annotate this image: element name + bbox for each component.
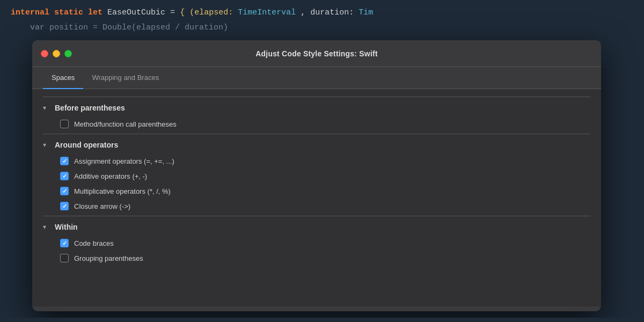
- checkmark-code-braces-icon: ✓: [62, 240, 67, 246]
- modal-dialog: Adjust Code Style Settings: Swift Spaces…: [32, 40, 601, 311]
- checkbox-multiplicative[interactable]: ✓: [60, 187, 69, 195]
- checkbox-assignment[interactable]: ✓: [60, 157, 69, 165]
- settings-content: ▾ Before parentheses Method/function cal…: [32, 89, 601, 306]
- title-bar: Adjust Code Style Settings: Swift: [32, 40, 601, 67]
- code-line-1: internal static let EaseOutCubic = { (el…: [11, 5, 633, 20]
- divider-1: [43, 134, 590, 134]
- maximize-button[interactable]: [64, 50, 72, 57]
- label-assignment: Assignment operators (=, +=, ...): [74, 157, 174, 165]
- checkbox-row-additive: ✓ Additive operators (+, -): [32, 169, 601, 184]
- checkbox-row-assignment: ✓ Assignment operators (=, +=, ...): [32, 153, 601, 169]
- minimize-button[interactable]: [53, 50, 60, 57]
- checkbox-code-braces[interactable]: ✓: [60, 239, 69, 247]
- section-within[interactable]: ▾ Within: [32, 218, 601, 236]
- tab-wrapping-and-braces[interactable]: Wrapping and Braces: [83, 67, 167, 89]
- divider-top: [43, 97, 590, 97]
- section-within-title: Within: [55, 223, 78, 231]
- checkbox-row-method-call: Method/function call parentheses: [32, 116, 601, 131]
- label-method-call: Method/function call parentheses: [74, 120, 177, 128]
- checkmark-additive-icon: ✓: [62, 173, 67, 179]
- label-additive: Additive operators (+, -): [74, 172, 147, 180]
- section-around-operators[interactable]: ▾ Around operators: [32, 136, 601, 153]
- checkmark-multiplicative-icon: ✓: [62, 188, 67, 194]
- label-grouping-parens: Grouping parentheses: [74, 254, 143, 262]
- code-bg-bottom: [0, 318, 644, 322]
- tabs-bar: Spaces Wrapping and Braces: [32, 67, 601, 89]
- checkbox-closure-arrow[interactable]: ✓: [60, 202, 69, 210]
- section-before-parentheses-title: Before parentheses: [55, 104, 125, 112]
- modal-title: Adjust Code Style Settings: Swift: [255, 49, 378, 58]
- checkbox-row-closure-arrow: ✓ Closure arrow (->): [32, 199, 601, 214]
- checkbox-grouping-parens[interactable]: [60, 254, 69, 262]
- code-line-2: var position = Double(elapsed / duration…: [11, 20, 633, 35]
- section-around-operators-title: Around operators: [55, 141, 118, 149]
- checkbox-row-multiplicative: ✓ Multiplicative operators (*, /, %): [32, 184, 601, 199]
- checkmark-assignment-icon: ✓: [62, 158, 67, 164]
- tab-spaces[interactable]: Spaces: [43, 67, 83, 89]
- divider-2: [43, 216, 590, 216]
- label-multiplicative: Multiplicative operators (*, /, %): [74, 187, 171, 195]
- traffic-lights: [41, 50, 72, 57]
- checkmark-closure-arrow-icon: ✓: [62, 203, 67, 209]
- chevron-around-operators-icon: ▾: [43, 141, 50, 149]
- checkbox-row-grouping-parens: Grouping parentheses: [32, 251, 601, 266]
- label-code-braces: Code braces: [74, 239, 114, 247]
- label-closure-arrow: Closure arrow (->): [74, 202, 130, 210]
- checkbox-row-code-braces: ✓ Code braces: [32, 236, 601, 251]
- close-button[interactable]: [41, 50, 48, 57]
- keyword-let: let: [88, 8, 103, 17]
- chevron-within-icon: ▾: [43, 223, 50, 231]
- keyword-static: static: [54, 8, 83, 17]
- section-before-parentheses[interactable]: ▾ Before parentheses: [32, 99, 601, 116]
- checkbox-method-call[interactable]: [60, 120, 69, 128]
- chevron-before-parentheses-icon: ▾: [43, 104, 50, 112]
- keyword-internal: internal: [11, 8, 49, 17]
- checkbox-additive[interactable]: ✓: [60, 172, 69, 180]
